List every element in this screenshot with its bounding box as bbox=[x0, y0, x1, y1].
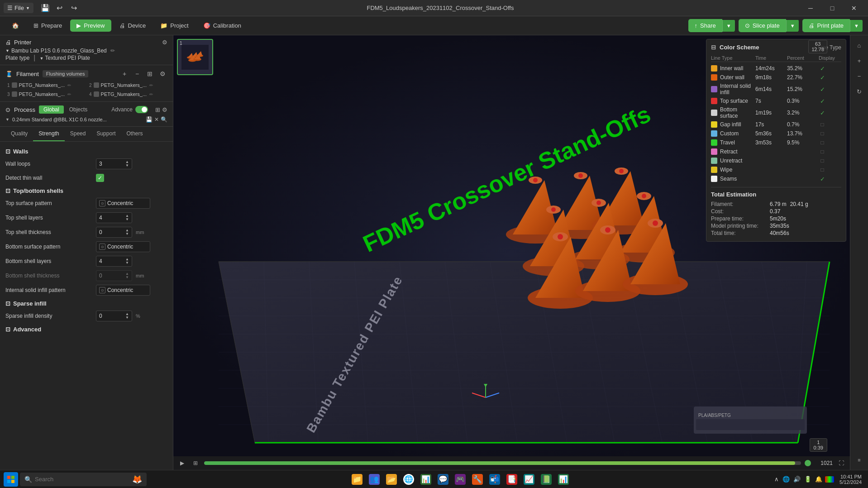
search-input[interactable] bbox=[35, 476, 125, 483]
bottom-shell-thickness-input[interactable]: 0 ▲ ▼ bbox=[96, 270, 132, 281]
bottom-shell-layers-input[interactable]: 4 ▲ ▼ bbox=[96, 256, 132, 267]
home-button[interactable]: 🏠 bbox=[5, 19, 25, 32]
time-display[interactable]: 10:41 PM 5/12/2024 bbox=[837, 473, 864, 486]
tab-others[interactable]: Others bbox=[121, 127, 148, 141]
top-shell-layers-input[interactable]: 4 ▲ ▼ bbox=[96, 212, 132, 223]
layer-progress-bar[interactable] bbox=[204, 461, 801, 465]
maximize-button[interactable]: □ bbox=[822, 1, 843, 15]
save-profile-icon[interactable]: 💾 bbox=[146, 116, 153, 123]
printer-name[interactable]: ▼ Bambu Lab P1S 0.6 nozzle_Glass_Bed ✏ bbox=[5, 48, 167, 54]
filament-item-1[interactable]: 1 PETG_Numakers_... ✏ bbox=[5, 81, 86, 89]
top-surface-pattern-select[interactable]: ⊙ Concentric bbox=[96, 198, 150, 209]
top-shell-thickness-down[interactable]: ▼ bbox=[125, 232, 129, 236]
walls-group-header[interactable]: ⊡ Walls bbox=[0, 145, 173, 157]
print-button[interactable]: 🖨 Print plate bbox=[802, 19, 850, 32]
taskbar-app-orange[interactable]: 🔧 bbox=[469, 471, 486, 488]
close-button[interactable]: ✕ bbox=[844, 1, 864, 15]
sparse-density-down[interactable]: ▼ bbox=[125, 316, 129, 320]
edit-filament-4-icon[interactable]: ✏ bbox=[149, 92, 153, 97]
taskbar-app-darkgreen[interactable]: 📗 bbox=[538, 471, 554, 488]
taskbar-search[interactable]: 🔍 🦊 bbox=[20, 473, 147, 486]
undo-icon[interactable]: ↩ bbox=[53, 2, 66, 14]
notification-icon[interactable]: 🔔 bbox=[814, 475, 823, 483]
device-button[interactable]: 🖨 Device bbox=[113, 19, 153, 32]
print-arrow[interactable]: ▼ bbox=[850, 20, 863, 32]
bottom-shell-thickness-down[interactable]: ▼ bbox=[125, 276, 129, 279]
internal-infill-pattern-select[interactable]: ⊙ Concentric bbox=[96, 285, 150, 296]
advance-toggle[interactable] bbox=[135, 106, 148, 113]
taskbar-app-file-explorer[interactable]: 📁 bbox=[349, 471, 365, 488]
taskbar-app-folder[interactable]: 📂 bbox=[383, 471, 400, 488]
menu-button[interactable]: ☰ File ▼ bbox=[4, 3, 33, 13]
check-retract[interactable]: □ bbox=[820, 148, 824, 155]
tab-strength[interactable]: Strength bbox=[33, 127, 64, 141]
taskbar-app-green1[interactable]: 📊 bbox=[418, 471, 434, 488]
layers-icon[interactable]: ≡ bbox=[853, 454, 866, 466]
wall-loops-down[interactable]: ▼ bbox=[125, 164, 129, 167]
advanced-group-header[interactable]: ⊡ Advanced bbox=[0, 323, 173, 335]
tab-global[interactable]: Global bbox=[39, 105, 64, 114]
tab-quality[interactable]: Quality bbox=[5, 127, 33, 141]
slice-arrow[interactable]: ▼ bbox=[786, 20, 799, 32]
filament-item-3[interactable]: 3 PETG_Numakers_... ✏ bbox=[5, 91, 86, 98]
minimize-button[interactable]: ─ bbox=[800, 1, 821, 15]
chevron-tray-icon[interactable]: ∧ bbox=[773, 475, 780, 483]
edit-filament-2-icon[interactable]: ✏ bbox=[149, 83, 153, 88]
taskbar-app-red[interactable]: 📑 bbox=[504, 471, 520, 488]
view-home-icon[interactable]: ⌂ bbox=[853, 39, 866, 52]
check-unretract[interactable]: □ bbox=[820, 158, 824, 164]
check-wipe[interactable]: □ bbox=[820, 167, 824, 173]
progress-circle[interactable] bbox=[805, 460, 811, 466]
taskbar-app-excel[interactable]: 📊 bbox=[555, 471, 572, 488]
collapse-icon[interactable]: ⊟ bbox=[711, 44, 716, 51]
prepare-button[interactable]: ⊞ Prepare bbox=[27, 19, 68, 32]
zoom-in-icon[interactable]: + bbox=[853, 54, 866, 67]
check-custom[interactable]: □ bbox=[820, 130, 824, 137]
wall-loops-input[interactable]: 3 ▲ ▼ bbox=[96, 158, 132, 169]
rotate-icon[interactable]: ↻ bbox=[853, 85, 866, 98]
taskbar-app-darkblue[interactable]: 📬 bbox=[486, 471, 503, 488]
project-button[interactable]: 📁 Project bbox=[154, 19, 195, 32]
top-shell-thickness-input[interactable]: 0 ▲ ▼ bbox=[96, 227, 132, 238]
share-arrow[interactable]: ▼ bbox=[722, 20, 735, 32]
tab-support[interactable]: Support bbox=[91, 127, 121, 141]
start-button[interactable] bbox=[4, 472, 18, 487]
bottom-surface-pattern-select[interactable]: ⊙ Concentric bbox=[96, 241, 150, 252]
slice-button[interactable]: ⊙ Slice plate bbox=[739, 19, 786, 32]
save-icon[interactable]: 💾 bbox=[39, 2, 52, 14]
filament-settings-icon[interactable]: ⚙ bbox=[157, 69, 167, 79]
taskbar-app-teal[interactable]: 📈 bbox=[521, 471, 537, 488]
close-profile-icon[interactable]: ✕ bbox=[154, 116, 159, 123]
filament-item-2[interactable]: 2 PETG_Numakers_... ✏ bbox=[87, 81, 167, 89]
taskbar-app-chrome[interactable]: 🌐 bbox=[401, 471, 417, 488]
printer-settings-icon[interactable]: ⚙ bbox=[162, 39, 167, 46]
calibration-button[interactable]: 🎯 Calibration bbox=[197, 19, 248, 32]
tab-speed[interactable]: Speed bbox=[65, 127, 91, 141]
bottom-shell-layers-down[interactable]: ▼ bbox=[125, 261, 129, 265]
sparse-infill-density-input[interactable]: 0 ▲ ▼ bbox=[96, 311, 132, 321]
remove-filament-button[interactable]: − bbox=[132, 69, 142, 79]
taskbar-app-purple[interactable]: 🎮 bbox=[452, 471, 468, 488]
taskbar-app-teams[interactable]: 👥 bbox=[366, 471, 382, 488]
viewport[interactable]: Bambu Textured PEI Plate FDM5 Crossover … bbox=[173, 35, 850, 470]
speaker-icon[interactable]: 🔊 bbox=[792, 475, 801, 483]
check-gap-infill[interactable]: □ bbox=[820, 121, 824, 128]
redo-icon[interactable]: ↪ bbox=[68, 2, 81, 14]
tab-objects[interactable]: Objects bbox=[65, 105, 92, 114]
process-list-icon[interactable]: ⊞ bbox=[155, 106, 160, 113]
check-bottom-surface[interactable]: ✓ bbox=[820, 110, 825, 116]
play-icon[interactable]: ▶ bbox=[177, 458, 187, 468]
network-icon[interactable]: 🌐 bbox=[782, 475, 791, 483]
sparse-infill-header[interactable]: ⊡ Sparse infill bbox=[0, 297, 173, 309]
edit-filament-3-icon[interactable]: ✏ bbox=[67, 92, 71, 97]
edit-printer-icon[interactable]: ✏ bbox=[110, 48, 115, 54]
check-internal-solid[interactable]: ✓ bbox=[820, 86, 825, 93]
grid-icon[interactable]: ⊞ bbox=[191, 458, 200, 468]
filament-item-4[interactable]: 4 PETG_Numakers_... ✏ bbox=[87, 91, 167, 98]
detect-thin-wall-checkbox[interactable]: ✓ bbox=[96, 174, 104, 182]
check-travel[interactable]: □ bbox=[820, 139, 824, 146]
check-seams[interactable]: ✓ bbox=[820, 176, 825, 182]
check-top-surface[interactable]: ✓ bbox=[820, 98, 825, 105]
top-shell-layers-down[interactable]: ▼ bbox=[125, 218, 129, 221]
search-profile-icon[interactable]: 🔍 bbox=[161, 116, 167, 123]
